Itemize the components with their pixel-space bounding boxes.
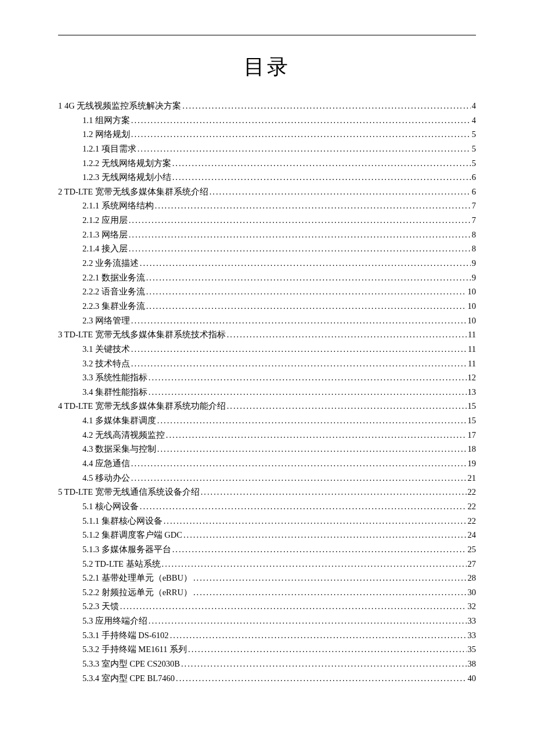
toc-entry-label: 1.1 组网方案 bbox=[82, 113, 130, 128]
toc-entry-page: 11 bbox=[468, 342, 476, 357]
toc-leader-dots bbox=[172, 542, 467, 557]
toc-entry-page: 22 bbox=[468, 485, 477, 499]
toc-entry-page: 32 bbox=[468, 599, 477, 614]
toc-entry-label: 2 TD-LTE 宽带无线多媒体集群系统介绍 bbox=[58, 185, 208, 199]
toc-entry-label: 4.2 无线高清视频监控 bbox=[82, 428, 165, 442]
toc-row[interactable]: 5.2.3 天馈32 bbox=[58, 599, 476, 614]
toc-leader-dots bbox=[170, 628, 467, 643]
toc-row[interactable]: 2.1.4 接入层8 bbox=[58, 242, 476, 256]
toc-entry-page: 8 bbox=[472, 242, 476, 256]
toc-row[interactable]: 2.3 网络管理10 bbox=[58, 314, 476, 328]
toc-leader-dots bbox=[146, 285, 467, 299]
toc-row[interactable]: 5.3 应用终端介绍33 bbox=[58, 614, 476, 628]
toc-entry-page: 9 bbox=[472, 271, 476, 285]
toc-entry-page: 17 bbox=[468, 428, 477, 442]
toc-leader-dots bbox=[129, 213, 471, 228]
toc-row[interactable]: 5.3.4 室内型 CPE BL746040 bbox=[58, 671, 476, 686]
toc-entry-label: 5.2.2 射频拉远单元（eRRU） bbox=[82, 585, 192, 600]
toc-row[interactable]: 5.1.2 集群调度客户端 GDC24 bbox=[58, 528, 476, 542]
toc-row[interactable]: 4.2 无线高清视频监控17 bbox=[58, 428, 476, 442]
toc-entry-label: 5.3.4 室内型 CPE BL7460 bbox=[82, 671, 175, 686]
toc-row[interactable]: 4.1 多媒体集群调度15 bbox=[58, 413, 476, 428]
toc-leader-dots bbox=[157, 413, 467, 428]
toc-entry-page: 5 bbox=[472, 142, 476, 156]
toc-entry-page: 13 bbox=[468, 385, 477, 399]
toc-row[interactable]: 3.1 关键技术11 bbox=[58, 342, 476, 357]
toc-row[interactable]: 5.1.1 集群核心网设备22 bbox=[58, 514, 476, 528]
toc-entry-page: 4 bbox=[472, 99, 476, 113]
toc-entry-label: 4.4 应急通信 bbox=[82, 456, 130, 471]
toc-row[interactable]: 1 4G 无线视频监控系统解决方案4 bbox=[58, 99, 476, 113]
toc-row[interactable]: 5.2 TD-LTE 基站系统27 bbox=[58, 557, 476, 571]
toc-entry-page: 8 bbox=[472, 228, 476, 242]
toc-leader-dots bbox=[149, 385, 467, 399]
toc-row[interactable]: 1.2.3 无线网络规划小结6 bbox=[58, 170, 476, 185]
toc-row[interactable]: 3 TD-LTE 宽带无线多媒体集群系统技术指标11 bbox=[58, 327, 476, 342]
toc-entry-page: 21 bbox=[468, 471, 477, 485]
toc-entry-page: 38 bbox=[468, 657, 477, 671]
toc-entry-label: 4 TD-LTE 宽带无线多媒体集群系统功能介绍 bbox=[58, 399, 226, 413]
toc-entry-label: 3.4 集群性能指标 bbox=[82, 385, 147, 399]
toc-entry-label: 2.2.3 集群业务流 bbox=[82, 299, 145, 314]
toc-row[interactable]: 2.1.1 系统网络结构7 bbox=[58, 199, 476, 213]
toc-entry-page: 15 bbox=[468, 413, 477, 428]
toc-row[interactable]: 4.3 数据采集与控制18 bbox=[58, 442, 476, 456]
toc-leader-dots bbox=[183, 528, 467, 542]
toc-row[interactable]: 2.1.3 网络层8 bbox=[58, 228, 476, 242]
toc-row[interactable]: 5.1 核心网设备22 bbox=[58, 499, 476, 514]
toc-entry-page: 4 bbox=[472, 113, 476, 128]
toc-row[interactable]: 2.2 业务流描述9 bbox=[58, 256, 476, 271]
toc-leader-dots bbox=[131, 357, 467, 371]
toc-row[interactable]: 5.3.1 手持终端 DS-610233 bbox=[58, 628, 476, 643]
toc-row[interactable]: 2.2.1 数据业务流9 bbox=[58, 271, 476, 285]
toc-row[interactable]: 2.1.2 应用层7 bbox=[58, 213, 476, 228]
toc-leader-dots bbox=[138, 142, 471, 156]
toc-row[interactable]: 1.2.2 无线网络规划方案5 bbox=[58, 156, 476, 171]
toc-leader-dots bbox=[131, 314, 467, 328]
toc-entry-page: 33 bbox=[468, 614, 477, 628]
toc-row[interactable]: 1.1 组网方案4 bbox=[58, 113, 476, 128]
toc-row[interactable]: 1.2.1 项目需求5 bbox=[58, 142, 476, 156]
toc-row[interactable]: 4.4 应急通信19 bbox=[58, 456, 476, 471]
toc-leader-dots bbox=[120, 599, 467, 614]
toc-entry-page: 10 bbox=[468, 299, 477, 314]
toc-entry-label: 1 4G 无线视频监控系统解决方案 bbox=[58, 99, 181, 113]
toc-entry-label: 5.1 核心网设备 bbox=[82, 499, 139, 514]
toc-entry-page: 25 bbox=[468, 542, 477, 557]
toc-entry-label: 3 TD-LTE 宽带无线多媒体集群系统技术指标 bbox=[58, 327, 226, 342]
toc-entry-label: 3.2 技术特点 bbox=[82, 357, 130, 371]
toc-row[interactable]: 3.4 集群性能指标13 bbox=[58, 385, 476, 399]
toc-entry-label: 2.1.4 接入层 bbox=[82, 242, 128, 256]
toc-entry-page: 27 bbox=[468, 557, 477, 571]
toc-row[interactable]: 3.2 技术特点11 bbox=[58, 357, 476, 371]
toc-leader-dots bbox=[176, 671, 467, 686]
toc-leader-dots bbox=[131, 342, 467, 357]
toc-row[interactable]: 5.2.2 射频拉远单元（eRRU）30 bbox=[58, 585, 476, 600]
toc-leader-dots bbox=[146, 299, 467, 314]
toc-row[interactable]: 5.3.3 室内型 CPE CS2030B38 bbox=[58, 657, 476, 671]
toc-leader-dots bbox=[193, 585, 467, 600]
toc-entry-page: 10 bbox=[468, 314, 477, 328]
toc-row[interactable]: 4 TD-LTE 宽带无线多媒体集群系统功能介绍15 bbox=[58, 399, 476, 413]
toc-entry-label: 5.2 TD-LTE 基站系统 bbox=[82, 557, 161, 571]
toc-row[interactable]: 2 TD-LTE 宽带无线多媒体集群系统介绍6 bbox=[58, 185, 476, 199]
toc-row[interactable]: 5.2.1 基带处理单元（eBBU）28 bbox=[58, 571, 476, 585]
toc-leader-dots bbox=[155, 199, 471, 213]
toc-row[interactable]: 1.2 网络规划5 bbox=[58, 127, 476, 142]
toc-row[interactable]: 2.2.2 语音业务流10 bbox=[58, 285, 476, 299]
toc-leader-dots bbox=[140, 499, 467, 514]
toc-entry-label: 4.1 多媒体集群调度 bbox=[82, 413, 156, 428]
toc-row[interactable]: 5 TD-LTE 宽带无线通信系统设备介绍22 bbox=[58, 485, 476, 499]
toc-entry-page: 35 bbox=[468, 642, 477, 657]
toc-leader-dots bbox=[140, 256, 471, 271]
toc-leader-dots bbox=[146, 271, 471, 285]
toc-entry-label: 1.2.1 项目需求 bbox=[82, 142, 136, 156]
toc-row[interactable]: 4.5 移动办公21 bbox=[58, 471, 476, 485]
toc-row[interactable]: 5.3.2 手持终端 ME1611 系列35 bbox=[58, 642, 476, 657]
toc-leader-dots bbox=[157, 442, 467, 456]
toc-row[interactable]: 5.1.3 多媒体服务器平台25 bbox=[58, 542, 476, 557]
toc-leader-dots bbox=[193, 571, 467, 585]
toc-row[interactable]: 3.3 系统性能指标12 bbox=[58, 370, 476, 385]
toc-row[interactable]: 2.2.3 集群业务流10 bbox=[58, 299, 476, 314]
toc-entry-page: 7 bbox=[472, 199, 476, 213]
